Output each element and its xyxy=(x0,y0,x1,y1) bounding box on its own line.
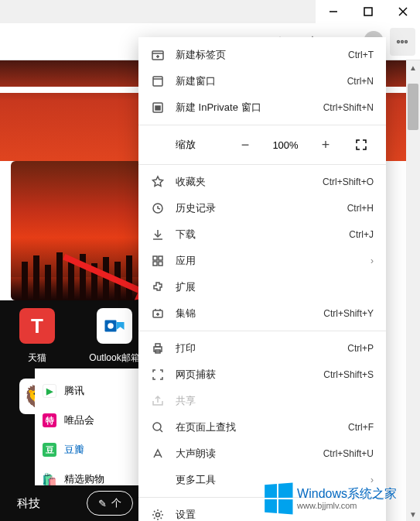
menu-shortcut: Ctrl+H xyxy=(347,203,374,214)
maximize-button[interactable] xyxy=(350,0,385,23)
fullscreen-button[interactable] xyxy=(349,132,374,157)
menu-web-capture[interactable]: 网页捕获 Ctrl+Shift+S xyxy=(138,362,386,388)
svg-rect-31 xyxy=(155,344,160,347)
menu-extensions[interactable]: 扩展 xyxy=(138,274,386,300)
menu-downloads[interactable]: 下载 Ctrl+J xyxy=(138,221,386,248)
chevron-right-icon: › xyxy=(370,255,374,266)
svg-point-35 xyxy=(156,513,160,517)
watermark: Windows系统之家 www.bjjmlv.com xyxy=(263,484,397,513)
extensions-icon xyxy=(151,280,165,294)
zoom-in-button[interactable]: + xyxy=(313,132,338,157)
svg-rect-23 xyxy=(153,262,157,266)
menu-label: 新建标签页 xyxy=(176,48,337,62)
menu-zoom: 缩放 − 100% + xyxy=(138,129,386,160)
menu-shortcut: Ctrl+T xyxy=(348,50,374,60)
zoom-out-button[interactable]: − xyxy=(233,132,258,157)
svg-line-34 xyxy=(160,430,162,432)
menu-label: 新建 InPrivate 窗口 xyxy=(176,101,312,115)
menu-shortcut: Ctrl+Shift+N xyxy=(323,102,374,113)
menu-collections[interactable]: 集锦 Ctrl+Shift+Y xyxy=(138,300,386,327)
menu-label: 网页捕获 xyxy=(176,368,312,382)
menu-label: 下载 xyxy=(176,228,338,242)
outlook-icon xyxy=(97,308,132,344)
menu-new-tab[interactable]: 新建标签页 Ctrl+T xyxy=(138,42,386,68)
windows-logo-icon xyxy=(265,482,292,514)
menu-share: 共享 xyxy=(138,388,386,414)
svg-rect-21 xyxy=(153,256,157,260)
app-menu-dropdown: 新建标签页 Ctrl+T 新建窗口 Ctrl+N 新建 InPrivate 窗口… xyxy=(138,37,386,521)
scroll-down-icon[interactable]: ▼ xyxy=(406,507,420,521)
menu-new-inprivate[interactable]: 新建 InPrivate 窗口 Ctrl+Shift+N xyxy=(138,94,386,121)
sidebar-links: ▶ 腾讯 特 唯品会 豆 豆瓣 🛍️ 精选购物 xyxy=(35,368,143,502)
menu-find[interactable]: 在页面上查找 Ctrl+F xyxy=(138,414,386,440)
menu-label: 收藏夹 xyxy=(176,175,312,189)
app-menu-button[interactable] xyxy=(390,28,415,56)
svg-point-6 xyxy=(398,40,400,43)
new-window-icon xyxy=(151,74,165,88)
share-icon xyxy=(151,394,165,408)
vertical-scrollbar[interactable]: ▲ ▼ xyxy=(406,60,420,521)
tmall-icon: T xyxy=(19,308,55,344)
scroll-up-icon[interactable]: ▲ xyxy=(406,60,420,74)
menu-label: 共享 xyxy=(176,394,374,408)
menu-read-aloud[interactable]: 大声朗读 Ctrl+Shift+U xyxy=(138,440,386,467)
link-label: 精选购物 xyxy=(64,472,104,486)
read-aloud-icon xyxy=(151,447,165,461)
menu-history[interactable]: 历史记录 Ctrl+H xyxy=(138,195,386,221)
link-douban[interactable]: 豆 豆瓣 xyxy=(43,435,143,464)
link-tencent[interactable]: ▶ 腾讯 xyxy=(43,376,143,406)
menu-label: 在页面上查找 xyxy=(176,420,337,434)
scrollbar-thumb[interactable] xyxy=(408,84,418,130)
svg-point-8 xyxy=(405,40,408,43)
svg-point-7 xyxy=(401,40,404,43)
menu-shortcut: Ctrl+Shift+U xyxy=(323,448,374,459)
inprivate-icon xyxy=(151,101,165,115)
tab-tech[interactable]: 科技 xyxy=(17,496,40,511)
apps-icon xyxy=(151,254,165,268)
link-label: 豆瓣 xyxy=(64,443,84,457)
svg-rect-1 xyxy=(364,8,372,15)
customize-button[interactable]: ✎ 个 xyxy=(87,491,133,516)
history-icon xyxy=(151,201,165,215)
menu-shortcut: Ctrl+F xyxy=(348,422,374,433)
link-vip[interactable]: 特 唯品会 xyxy=(43,406,143,435)
menu-label: 历史记录 xyxy=(176,201,336,215)
settings-icon xyxy=(151,508,165,521)
svg-rect-24 xyxy=(159,262,162,266)
tile-label: 天猫 xyxy=(28,351,46,365)
watermark-title: Windows系统之家 xyxy=(297,487,397,501)
menu-apps[interactable]: 应用 › xyxy=(138,248,386,274)
close-button[interactable] xyxy=(385,0,420,23)
new-tab-icon xyxy=(151,48,165,62)
tile-label: Outlook邮箱 xyxy=(89,351,139,365)
menu-label: 新建窗口 xyxy=(176,74,336,88)
menu-shortcut: Ctrl+Shift+S xyxy=(323,369,374,380)
collections-icon xyxy=(151,307,165,320)
tencent-video-icon: ▶ xyxy=(43,384,56,398)
menu-shortcut: Ctrl+Shift+Y xyxy=(323,308,374,319)
menu-shortcut: Ctrl+N xyxy=(347,76,374,87)
shopping-icon: 🛍️ xyxy=(43,472,56,486)
menu-shortcut: Ctrl+J xyxy=(349,229,374,240)
capture-icon xyxy=(151,368,165,382)
link-label: 腾讯 xyxy=(64,384,84,398)
menu-label: 打印 xyxy=(176,341,336,355)
print-icon xyxy=(151,341,165,355)
menu-favorites[interactable]: 收藏夹 Ctrl+Shift+O xyxy=(138,169,386,195)
tile-outlook[interactable]: Outlook邮箱 xyxy=(88,308,141,365)
find-icon xyxy=(151,420,165,434)
minimize-button[interactable] xyxy=(316,0,350,23)
tile-tmall[interactable]: T 天猫 xyxy=(11,308,63,365)
watermark-url: www.bjjmlv.com xyxy=(297,501,397,510)
zoom-value: 100% xyxy=(268,139,302,151)
menu-new-window[interactable]: 新建窗口 Ctrl+N xyxy=(138,68,386,94)
svg-rect-22 xyxy=(159,256,162,260)
menu-label: 集锦 xyxy=(176,307,312,320)
blank-icon xyxy=(151,473,165,487)
menu-label: 大声朗读 xyxy=(176,447,312,461)
pencil-icon: ✎ xyxy=(98,498,107,509)
link-label: 唯品会 xyxy=(64,413,94,427)
menu-print[interactable]: 打印 Ctrl+P xyxy=(138,335,386,362)
menu-label: 扩展 xyxy=(176,280,374,294)
douban-icon: 豆 xyxy=(43,443,56,457)
